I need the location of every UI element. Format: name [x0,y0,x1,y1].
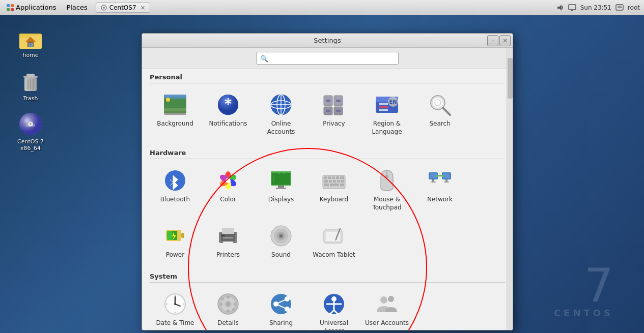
svg-rect-7 [569,5,576,10]
search-input[interactable] [256,52,399,65]
svg-rect-77 [276,188,286,189]
personal-section: Personal [142,69,513,145]
hardware-section: Hardware Bluetooth [142,145,513,268]
svg-rect-143 [220,302,222,306]
svg-rect-108 [442,175,444,177]
centos-watermark: 7 CENTOS [554,263,613,318]
user-menu-icon[interactable] [615,4,624,12]
printers-item[interactable]: Printers [203,219,254,264]
personal-items-grid: Background [150,87,505,141]
dvd-label: CentOS 7 x86_64 [10,138,51,152]
keyboard-item[interactable]: Keyboard [309,163,359,217]
svg-rect-100 [432,179,434,181]
color-item[interactable]: Color [203,163,254,217]
svg-rect-75 [272,172,290,185]
svg-rect-50 [326,100,330,102]
mouse-touchpad-item[interactable]: Mouse & Touchpad [361,163,412,217]
search-bar: 🔍 [142,48,513,69]
power-item[interactable]: Power [150,219,201,264]
svg-rect-51 [336,100,341,102]
details-label: Details [217,319,239,327]
sound-label: Sound [271,251,291,259]
svg-rect-21 [26,74,35,77]
settings-tab[interactable]: CentOS7 × [96,3,150,13]
svg-line-64 [443,108,450,115]
home-icon[interactable]: home [10,25,51,58]
svg-rect-91 [337,180,340,183]
personal-section-title: Personal [150,73,505,83]
sound-item[interactable]: Sound [256,219,306,264]
svg-text:EN: EN [389,99,397,105]
online-accounts-label: Online Accounts [259,120,303,136]
region-language-item[interactable]: EN Region & Language [361,87,412,141]
power-icon [163,224,187,248]
network-item[interactable]: Network [414,163,465,217]
svg-rect-78 [271,171,291,173]
user-accounts-icon [375,292,399,316]
printers-label: Printers [216,251,240,259]
online-accounts-item[interactable]: Online Accounts [256,87,306,141]
search-item[interactable]: Search [414,87,465,141]
details-item[interactable]: Details [203,287,254,330]
svg-point-34 [166,98,170,102]
printers-icon [216,224,240,248]
date-time-item[interactable]: Date & Time [150,287,201,330]
svg-rect-15 [19,34,30,38]
tab-close-btn[interactable]: × [141,4,146,11]
system-section-title: System [150,273,505,283]
svg-rect-103 [443,173,450,178]
svg-rect-105 [444,181,449,183]
universal-access-item[interactable]: Universal Access [309,287,359,330]
svg-rect-86 [336,176,339,179]
svg-rect-101 [431,181,436,183]
svg-rect-1 [11,4,14,7]
svg-point-134 [174,303,176,305]
keyboard-icon [322,168,346,193]
privacy-label: Privacy [323,120,345,128]
svg-rect-104 [445,179,447,181]
applications-menu[interactable]: Applications [2,3,60,13]
notifications-icon: * [216,93,240,117]
power-label: Power [166,251,184,259]
scrollbar[interactable] [507,48,513,330]
taskbar-right: Sun 23:51 root [556,4,644,12]
keyboard-label: Keyboard [320,196,348,204]
svg-rect-118 [221,235,225,236]
wacom-tablet-item[interactable]: Wacom Tablet [309,219,359,264]
displays-label: Displays [268,196,294,204]
places-menu[interactable]: Places [62,3,91,12]
sharing-item[interactable]: Sharing [256,287,306,330]
color-label: Color [220,196,236,204]
notifications-label: Notifications [209,120,247,128]
network-label: Network [427,196,453,204]
svg-point-5 [103,7,105,9]
settings-window: Settings – × 🔍 Personal [142,33,513,330]
svg-rect-94 [330,184,339,186]
minimize-button[interactable]: – [487,35,498,46]
settings-tab-icon [100,4,107,11]
search-icon: 🔍 [260,54,268,62]
user-accounts-item[interactable]: User Accounts [361,287,412,330]
window-titlebar: Settings – × [142,34,513,48]
user-accounts-label: User Accounts [365,319,409,327]
bluetooth-item[interactable]: Bluetooth [150,163,201,217]
universal-access-label: Universal Access [312,319,356,330]
trash-icon[interactable]: Trash [10,69,51,102]
settings-content: Personal [142,69,513,330]
notifications-item[interactable]: * Notifications [203,87,254,141]
svg-rect-53 [336,110,341,112]
background-item[interactable]: Background [150,87,201,141]
privacy-item[interactable]: Privacy [309,87,359,141]
sharing-icon [269,292,293,316]
background-icon [163,93,187,117]
svg-rect-117 [223,241,233,242]
dvd-icon[interactable]: DVD CentOS 7 x86_64 [10,112,51,152]
details-icon [216,292,240,316]
date-time-label: Date & Time [156,319,194,327]
volume-icon[interactable] [556,4,564,12]
hardware-section-title: Hardware [150,149,505,159]
scrollbar-thumb[interactable] [508,58,513,99]
display-icon[interactable] [568,4,576,12]
close-button[interactable]: × [499,35,511,46]
displays-item[interactable]: Displays [256,163,306,217]
